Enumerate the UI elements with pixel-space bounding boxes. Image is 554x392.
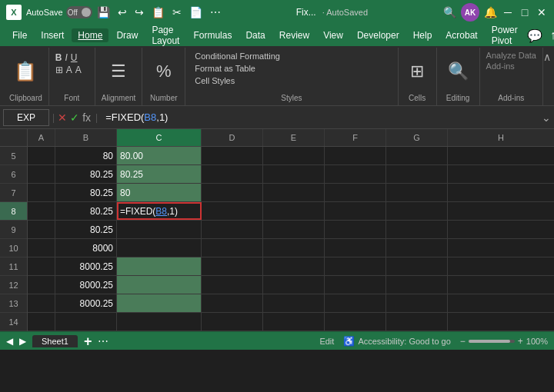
cell-b9[interactable]: 80.25 — [55, 221, 117, 238]
cell-f14[interactable] — [325, 313, 386, 331]
autosave-toggle[interactable]: Off — [66, 6, 92, 18]
zoom-in-btn[interactable]: + — [518, 336, 523, 347]
cell-e13[interactable] — [263, 294, 325, 312]
copy-icon[interactable]: 📋 — [152, 6, 165, 18]
cell-h8[interactable] — [448, 202, 554, 220]
row-header-12[interactable]: 12 — [0, 276, 27, 294]
formula-bar-expand[interactable]: ⌄ — [542, 111, 551, 124]
cell-e11[interactable] — [263, 257, 325, 275]
cell-c14[interactable] — [117, 313, 202, 331]
cell-e14[interactable] — [263, 313, 325, 331]
cell-d5[interactable] — [202, 147, 263, 164]
row-header-11[interactable]: 11 — [0, 257, 27, 276]
undo-icon[interactable]: ↩ — [118, 6, 127, 18]
cell-e5[interactable] — [263, 147, 325, 164]
cell-a9[interactable] — [28, 221, 55, 238]
cell-e7[interactable] — [263, 184, 325, 201]
cell-g11[interactable] — [386, 257, 448, 275]
col-header-d[interactable]: D — [202, 129, 263, 146]
cell-e12[interactable] — [263, 276, 325, 294]
cell-g7[interactable] — [386, 184, 448, 201]
cell-f7[interactable] — [325, 184, 386, 201]
cell-a7[interactable] — [28, 184, 55, 201]
cell-g12[interactable] — [386, 276, 448, 294]
cell-b11[interactable]: 8000.25 — [55, 257, 117, 275]
cell-a11[interactable] — [28, 257, 55, 275]
cell-h7[interactable] — [448, 184, 554, 201]
menu-file[interactable]: File — [6, 28, 33, 42]
cell-c11[interactable] — [117, 257, 202, 275]
cell-e9[interactable] — [263, 221, 325, 238]
row-header-6[interactable]: 6 — [0, 165, 27, 184]
more-sheets-btn[interactable]: ⋯ — [98, 335, 108, 347]
cell-a13[interactable] — [28, 294, 55, 312]
menu-data[interactable]: Data — [239, 28, 271, 42]
redo-icon[interactable]: ↪ — [135, 6, 144, 18]
maximize-button[interactable]: □ — [519, 6, 531, 18]
cell-styles-btn[interactable]: Cell Styles — [192, 75, 391, 86]
menu-formulas[interactable]: Formulas — [187, 28, 238, 42]
cell-d14[interactable] — [202, 313, 263, 331]
autosave-control[interactable]: AutoSave Off — [26, 6, 92, 18]
cell-c6[interactable]: 80.25 — [117, 165, 202, 183]
save-icon[interactable]: 💾 — [97, 6, 110, 18]
menu-home[interactable]: Home — [72, 28, 108, 42]
more-icon[interactable]: ⋯ — [210, 6, 221, 18]
paste-icon[interactable]: 📄 — [189, 6, 202, 18]
cell-h10[interactable] — [448, 239, 554, 257]
fill-btn[interactable]: A — [66, 65, 72, 75]
col-header-h[interactable]: H — [448, 129, 554, 146]
menu-powerpivot[interactable]: Power Pivot — [486, 23, 524, 48]
cell-f10[interactable] — [325, 239, 386, 257]
cell-b8[interactable]: 80.25 — [55, 202, 117, 220]
clipboard-icon[interactable]: 📋 — [14, 61, 37, 82]
cell-f6[interactable] — [325, 165, 386, 183]
cell-f5[interactable] — [325, 147, 386, 164]
border-btn[interactable]: ⊞ — [55, 65, 63, 75]
cell-g9[interactable] — [386, 221, 448, 238]
font-color-btn[interactable]: A — [75, 65, 82, 75]
col-header-g[interactable]: G — [386, 129, 448, 146]
menu-draw[interactable]: Draw — [110, 28, 144, 42]
cell-a5[interactable] — [28, 147, 55, 164]
number-icon[interactable]: % — [156, 61, 172, 81]
sheet-tab-sheet1[interactable]: Sheet1 — [32, 335, 78, 347]
cell-a14[interactable] — [28, 313, 55, 331]
col-header-c[interactable]: C — [117, 129, 202, 146]
col-header-f[interactable]: F — [325, 129, 386, 146]
cancel-formula-icon[interactable]: ✕ — [58, 111, 67, 124]
cell-g6[interactable] — [386, 165, 448, 183]
share-icon[interactable]: ↑ — [550, 28, 554, 42]
cell-c7[interactable]: 80 — [117, 184, 202, 201]
menu-view[interactable]: View — [317, 28, 349, 42]
cell-h11[interactable] — [448, 257, 554, 275]
search-icon[interactable]: 🔍 — [443, 6, 456, 18]
menu-developer[interactable]: Developer — [351, 28, 405, 42]
cell-b14[interactable] — [55, 313, 117, 331]
cell-f11[interactable] — [325, 257, 386, 275]
cell-c13[interactable] — [117, 294, 202, 312]
fx-icon[interactable]: fx — [82, 111, 91, 124]
row-header-13[interactable]: 13 — [0, 294, 27, 313]
next-sheet-arrow[interactable]: ▶ — [19, 336, 26, 347]
comments-icon[interactable]: 💬 — [527, 28, 542, 43]
ribbon-collapse-btn[interactable]: ∧ — [543, 51, 551, 63]
cell-f9[interactable] — [325, 221, 386, 238]
cell-a10[interactable] — [28, 239, 55, 257]
cell-h9[interactable] — [448, 221, 554, 238]
zoom-out-btn[interactable]: − — [460, 336, 466, 347]
prev-sheet-arrow[interactable]: ◀ — [6, 336, 13, 347]
analyze-data-btn[interactable]: Analyze Data — [486, 51, 536, 60]
row-header-7[interactable]: 7 — [0, 184, 27, 202]
menu-review[interactable]: Review — [273, 28, 315, 42]
cell-f8[interactable] — [325, 202, 386, 220]
row-header-9[interactable]: 9 — [0, 221, 27, 239]
cell-d7[interactable] — [202, 184, 263, 201]
cell-e10[interactable] — [263, 239, 325, 257]
cell-b7[interactable]: 80.25 — [55, 184, 117, 201]
minimize-button[interactable]: ─ — [502, 6, 514, 18]
cell-g14[interactable] — [386, 313, 448, 331]
cell-a12[interactable] — [28, 276, 55, 294]
cell-h13[interactable] — [448, 294, 554, 312]
cell-b13[interactable]: 8000.25 — [55, 294, 117, 312]
